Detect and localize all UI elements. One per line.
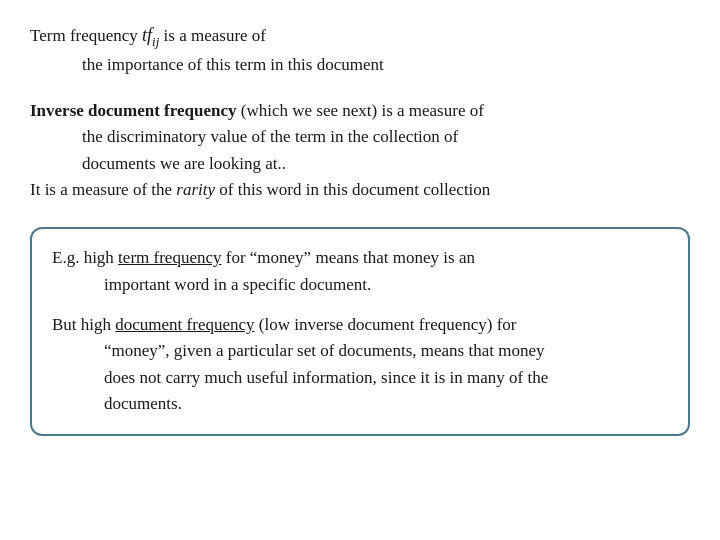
but-line1: But high document frequency (low inverse… — [52, 312, 668, 338]
idf-line2: the discriminatory value of the term in … — [30, 124, 690, 150]
eg-line2: important word in a specific document. — [52, 272, 668, 298]
idf-line3: documents we are looking at.. — [30, 151, 690, 177]
tf-post-text: is a measure of — [159, 26, 266, 45]
tf-line2: the importance of this term in this docu… — [30, 52, 690, 78]
but-block: But high document frequency (low inverse… — [52, 312, 668, 417]
boxed-example: E.g. high term frequency for “money” mea… — [30, 227, 690, 435]
idf-line1: Inverse document frequency (which we see… — [30, 98, 690, 124]
but-line3: does not carry much useful information, … — [52, 365, 668, 391]
tf-pre-text: Term frequency — [30, 26, 142, 45]
term-frequency-section: Term frequency tfij is a measure of the … — [30, 22, 690, 78]
but-line2: “money”, given a particular set of docum… — [52, 338, 668, 364]
idf-line4: It is a measure of the rarity of this wo… — [30, 177, 690, 203]
but-line4: documents. — [52, 391, 668, 417]
inverse-doc-freq-section: Inverse document frequency (which we see… — [30, 98, 690, 203]
eg-block: E.g. high term frequency for “money” mea… — [52, 245, 668, 298]
tf-symbol: tfij — [142, 25, 159, 45]
tf-line1: Term frequency tfij is a measure of — [30, 22, 690, 52]
page: Term frequency tfij is a measure of the … — [0, 0, 720, 540]
eg-line1: E.g. high term frequency for “money” mea… — [52, 245, 668, 271]
